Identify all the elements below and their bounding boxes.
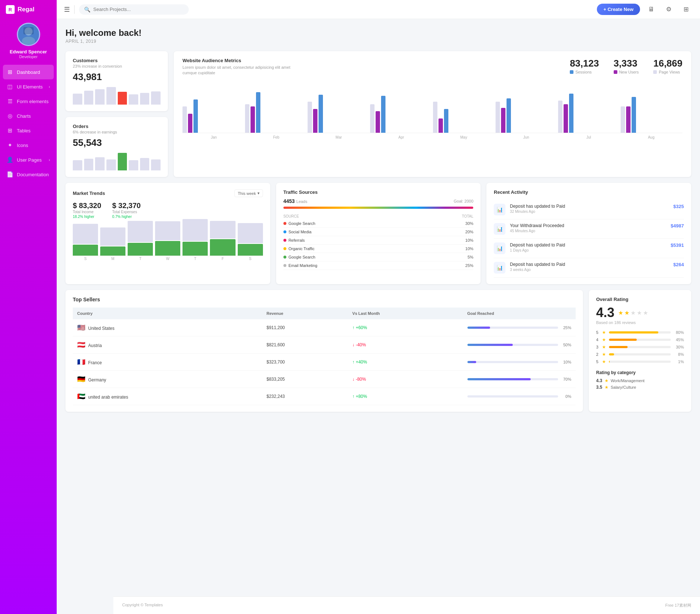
rating-star: ★	[618, 309, 623, 316]
bar-group	[182, 99, 244, 133]
bar-label: Jul	[557, 135, 620, 139]
traffic-source-row: Social Media 20%	[283, 228, 474, 236]
sidebar-item-label: Icons	[17, 143, 28, 148]
welcome-date: APRIL 1, 2019	[65, 39, 691, 44]
hamburger-icon[interactable]: ☰	[64, 5, 70, 14]
seller-revenue: $821,600	[262, 336, 348, 354]
metrics-stat-value: 3,333	[614, 58, 639, 69]
monitor-icon-button[interactable]: 🖥	[644, 3, 658, 16]
traffic-leads-count: 4453	[283, 198, 295, 204]
market-bar-labels: SMTWTFS	[73, 257, 263, 261]
activity-item: 📊 Your Withdrawal Proceeded 45 Minutes A…	[494, 219, 684, 239]
sidebar-logo: R Regal	[0, 0, 57, 19]
rating-label: Overall Rating	[596, 297, 684, 302]
topbar-divider	[74, 5, 75, 14]
sidebar-item-documentation[interactable]: 📄 Documentation	[0, 167, 57, 182]
bar-label: Aug	[620, 135, 682, 139]
sidebar-item-label: Form elements	[17, 99, 49, 104]
metrics-stat-label: Sessions	[570, 70, 599, 74]
bar-gray	[621, 106, 625, 133]
metrics-stats: 83,123 Sessions 3,333 New Users 16,869 P…	[570, 58, 682, 74]
total-expenses-label: Total Expenses	[112, 210, 141, 214]
bar-blue	[507, 98, 511, 133]
seller-row: 🇫🇷France $323,700 ↑ +40% 10%	[73, 354, 576, 371]
sidebar-item-user-pages[interactable]: 👤 User Pages ›	[0, 152, 57, 167]
metrics-stat-label: New Users	[614, 70, 639, 74]
seller-vs: ↑ +40%	[348, 354, 463, 371]
sidebar-item-label: Charts	[17, 113, 31, 119]
sidebar-item-charts[interactable]: ◎ Charts	[0, 109, 57, 123]
market-bar-group	[210, 221, 235, 256]
rating-cat-label: Work/Management	[611, 378, 645, 383]
seller-country: 🇺🇸United States	[73, 319, 262, 336]
rating-bar-fill	[609, 353, 614, 355]
activity-amount: $325	[673, 204, 684, 209]
seller-goal: 70%	[463, 371, 576, 388]
metrics-stat: 83,123 Sessions	[570, 58, 599, 74]
sidebar-item-tables[interactable]: ⊞ Tables	[0, 123, 57, 138]
search-container: 🔍	[79, 4, 189, 15]
grid-icon-button[interactable]: ⊞	[680, 3, 693, 16]
main-content: ☰ 🔍 + Create New 🖥 ⚙ ⊞ Hi, welcome back!…	[57, 0, 700, 614]
sellers-col-header: Vs Last Month	[348, 308, 463, 319]
rating-by-category: Rating by category 4.3 ★ Work/Management…	[596, 370, 684, 390]
sidebar-item-dashboard[interactable]: ⊞ Dashboard	[3, 65, 54, 79]
market-bar-group	[238, 223, 263, 256]
rating-category-row: 4.3 ★ Work/Management	[596, 378, 684, 383]
rating-by-cat-title: Rating by category	[596, 370, 684, 375]
rating-cat-star-icon: ★	[605, 385, 609, 390]
customers-label: Customers	[73, 58, 161, 63]
orders-chart	[73, 153, 161, 170]
orders-sublabel: 6% decrease in earnings	[73, 130, 161, 134]
bar-label: Jun	[495, 135, 557, 139]
create-new-button[interactable]: + Create New	[597, 4, 640, 15]
website-metrics-card: Website Audience Metrics Lorem ipsum dol…	[174, 51, 691, 177]
sidebar-item-ui-elements[interactable]: ◫ UI Elements ›	[0, 79, 57, 94]
market-bar-bottom	[100, 246, 125, 256]
activity-text: Your Withdrawal Proceeded 45 Minutes Ago	[510, 223, 666, 233]
bar-group	[558, 94, 620, 133]
seller-country: 🇩🇪Germany	[73, 371, 262, 388]
sidebar-item-label: Tables	[17, 128, 31, 133]
sidebar-item-icons[interactable]: ✦ Icons	[0, 138, 57, 152]
bar-blue	[569, 94, 573, 133]
activity-amount: $4987	[671, 223, 684, 229]
bar-gray	[245, 104, 249, 133]
sidebar-item-label: User Pages	[17, 157, 42, 163]
metrics-header: Website Audience Metrics Lorem ipsum dol…	[182, 58, 682, 76]
market-bar-group	[128, 221, 153, 256]
bar-purple	[251, 106, 255, 133]
traffic-source-name: Referrals	[283, 236, 426, 245]
settings-icon-button[interactable]: ⚙	[662, 3, 675, 16]
search-input[interactable]	[93, 7, 184, 12]
total-income-change: 18.2% higher	[73, 215, 101, 219]
market-bar-label: M	[100, 257, 125, 261]
week-selector[interactable]: This week ▾	[234, 189, 263, 197]
bar-purple	[564, 104, 568, 133]
sidebar-item-label: Documentation	[17, 172, 49, 177]
metrics-stat: 3,333 New Users	[614, 58, 639, 74]
rating-based-on: Based on 186 reviews	[596, 320, 684, 325]
dashboard-icon: ⊞	[7, 69, 13, 75]
market-bar-label: S	[238, 257, 263, 261]
activity-time: 32 Minutes Ago	[510, 210, 669, 214]
rating-star-icon: ★	[602, 352, 606, 357]
overall-rating-card: Overall Rating 4.3 ★★★★★ Based on 186 re…	[589, 290, 691, 412]
activity-time: 3 weeks Ago	[510, 268, 669, 272]
rating-breakdown-row: 2 ★ 8%	[596, 352, 684, 357]
rating-bar-fill	[609, 331, 658, 334]
market-header: Market Trends This week ▾	[73, 189, 263, 197]
sidebar-item-label: UI Elements	[17, 84, 43, 90]
rating-num: 3	[596, 345, 599, 349]
recent-activity-card: Recent Activity 📊 Deposit has updated to…	[486, 183, 691, 284]
rating-pct: 45%	[674, 338, 684, 342]
rating-breakdown: 5 ★ 80% 4 ★ 45% 3 ★ 30% 2 ★ 8% 5 ★ 1%	[596, 330, 684, 364]
traffic-source-row: Referrals 10%	[283, 236, 474, 245]
sidebar-item-label: Dashboard	[17, 69, 40, 75]
market-bar-bottom	[238, 244, 263, 256]
activity-desc: Your Withdrawal Proceeded	[510, 223, 666, 228]
traffic-source-total: 25%	[425, 261, 473, 270]
traffic-sources-card: Traffic Sources 4453 Leads Goal: 2000 SO…	[276, 183, 481, 284]
sidebar-item-form-elements[interactable]: ☰ Form elements	[0, 94, 57, 109]
rating-num: 5	[596, 330, 599, 335]
